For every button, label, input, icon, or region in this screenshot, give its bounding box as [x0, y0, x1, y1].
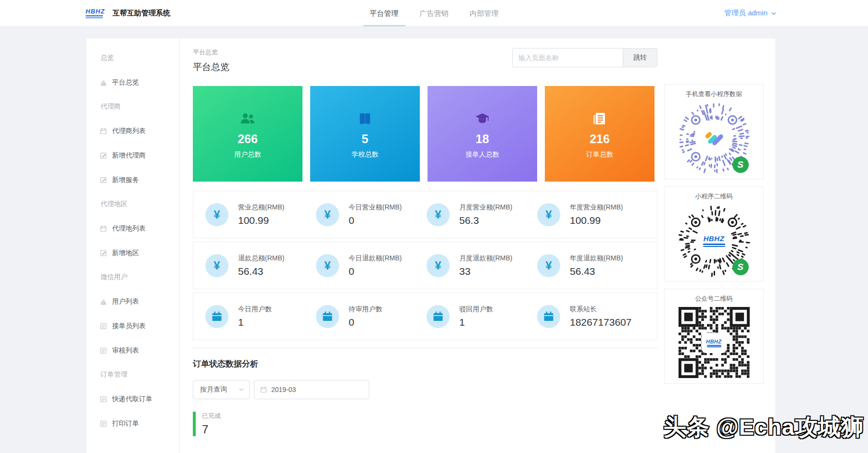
- stat-rejected-users: 驳回用户数 1: [415, 305, 525, 328]
- sidebar-item-review-list[interactable]: 审核列表: [87, 338, 179, 363]
- sidebar-item-express-pickup-orders[interactable]: 快递代取订单: [87, 387, 179, 411]
- calendar-icon: [100, 225, 107, 232]
- calendar-icon: [316, 305, 339, 328]
- stat-today-refund: ¥ 今日退款额(RMB) 0: [304, 254, 415, 277]
- qr-code-column: 手机查看小程序数据 S 小程序二维码 HBHZ S 公众号二维码: [664, 38, 764, 453]
- user-menu[interactable]: 管理员 admin: [724, 0, 777, 26]
- content-wrapper: 总览 平台总览 代理商 代理商列表 新增代理商 新增服务 代理地区 代理地列表 …: [87, 38, 775, 453]
- sidebar-item-agent-list[interactable]: 代理商列表: [87, 119, 179, 143]
- card-label: 接单人总数: [465, 150, 499, 159]
- card-label: 订单总数: [586, 150, 613, 159]
- sidebar: 总览 平台总览 代理商 代理商列表 新增代理商 新增服务 代理地区 代理地列表 …: [87, 38, 180, 453]
- mini-program-data-qr-image: S: [678, 102, 750, 174]
- jump-button[interactable]: 跳转: [623, 48, 657, 67]
- calendar-icon: [260, 386, 267, 393]
- list-icon: [100, 323, 107, 330]
- official-account-qr-panel: 公众号二维码 HBHZ: [664, 289, 764, 384]
- sidebar-group-agent-regions: 代理地区: [87, 192, 179, 216]
- yen-icon: ¥: [427, 203, 450, 226]
- calendar-icon: [205, 305, 228, 328]
- card-value: 18: [476, 132, 489, 146]
- watermark: 头条 @Echa攻城狮: [664, 412, 864, 442]
- list-icon: [100, 347, 107, 354]
- edit-icon: [100, 152, 107, 159]
- card-total-users: 266 用户总数: [193, 86, 302, 182]
- user-stats-row: 今日用户数 1 待审用户数 0 驳回用户数 1: [193, 293, 657, 340]
- chevron-down-icon: [239, 387, 244, 392]
- card-label: 学校总数: [352, 150, 378, 159]
- yen-icon: ¥: [205, 254, 228, 277]
- card-label: 用户总数: [234, 150, 261, 159]
- wechat-icon: S: [732, 157, 749, 173]
- sidebar-item-user-list[interactable]: 用户列表: [87, 289, 179, 314]
- breadcrumb: 平台总览: [193, 48, 229, 57]
- card-total-orders: 216 订单总数: [545, 86, 654, 182]
- mini-program-data-qr-panel: 手机查看小程序数据 S: [664, 84, 764, 179]
- yen-icon: ¥: [316, 254, 339, 277]
- stat-yearly-refund: ¥ 年度退款额(RMB) 56.43: [525, 254, 658, 277]
- sidebar-group-order-management: 订单管理: [87, 363, 179, 387]
- logo-text: HBHZ: [86, 8, 105, 14]
- app-header: HBHZ 互帮互助管理系统 平台管理 广告营销 内部管理 管理员 admin: [0, 0, 868, 26]
- calendar-icon: [427, 305, 450, 328]
- list-icon: [100, 396, 107, 403]
- yen-icon: ¥: [537, 203, 560, 226]
- page-title: 平台总览: [193, 61, 229, 73]
- mini-program-qr-panel: 小程序二维码 HBHZ S: [664, 186, 764, 282]
- stat-pending-users: 待审用户数 0: [304, 305, 415, 328]
- graduation-cap-icon: [474, 109, 491, 127]
- sidebar-group-overview: 总览: [87, 46, 179, 70]
- sidebar-item-print-orders[interactable]: 打印订单: [87, 411, 179, 436]
- edit-icon: [100, 177, 107, 184]
- hbhz-logo: HBHZ: [696, 222, 732, 259]
- status-completed: 已完成 7: [193, 412, 657, 436]
- official-account-qr-image: HBHZ: [678, 307, 750, 379]
- app-logo[interactable]: HBHZ: [86, 8, 105, 18]
- hbhz-logo: HBHZ: [703, 334, 726, 352]
- bar-chart-icon: [100, 298, 107, 305]
- sidebar-item-region-list[interactable]: 代理地列表: [87, 216, 179, 241]
- tab-internal-management[interactable]: 内部管理: [459, 0, 509, 26]
- yen-icon: ¥: [427, 254, 450, 277]
- chevron-down-icon: [771, 11, 777, 16]
- sidebar-item-order-taker-list[interactable]: 接单员列表: [87, 314, 179, 338]
- sidebar-item-add-agent[interactable]: 新增代理商: [87, 143, 179, 168]
- book-icon: [356, 109, 374, 127]
- mini-program-logo: [696, 120, 732, 157]
- edit-icon: [100, 250, 107, 257]
- page-name-input[interactable]: [512, 48, 623, 67]
- sidebar-item-add-service[interactable]: 新增服务: [87, 168, 179, 192]
- yen-icon: ¥: [537, 254, 560, 277]
- top-nav: 平台管理 广告营销 内部管理: [359, 0, 509, 26]
- calendar-icon: [100, 128, 107, 135]
- stat-today-revenue: ¥ 今日营业额(RMB) 0: [304, 203, 415, 226]
- card-value: 5: [362, 132, 368, 146]
- yen-icon: ¥: [205, 203, 228, 226]
- date-picker[interactable]: 2019-03: [254, 380, 369, 399]
- sidebar-group-agents: 代理商: [87, 95, 179, 119]
- sidebar-item-platform-overview[interactable]: 平台总览: [87, 70, 179, 95]
- users-icon: [239, 109, 256, 127]
- sidebar-group-wechat-users: 微信用户: [87, 265, 179, 289]
- summary-cards: 266 用户总数 5 学校总数 18 接单人总数: [193, 86, 657, 182]
- stat-contact-webmaster: 联系站长 18267173607: [525, 305, 658, 328]
- tab-ad-marketing[interactable]: 广告营销: [409, 0, 459, 26]
- card-value: 216: [590, 132, 610, 146]
- wechat-icon: S: [732, 259, 749, 275]
- section-divider: [193, 348, 657, 348]
- page-jump: 跳转: [512, 48, 657, 67]
- document-icon: [591, 109, 608, 127]
- sidebar-item-add-region[interactable]: 新增地区: [87, 241, 179, 265]
- order-analysis-title: 订单状态数据分析: [193, 358, 657, 369]
- tab-platform-management[interactable]: 平台管理: [359, 0, 409, 26]
- stat-total-revenue: ¥ 营业总额(RMB) 100.99: [193, 203, 304, 226]
- stat-yearly-revenue: ¥ 年度营业额(RMB) 100.99: [525, 203, 658, 226]
- user-label: 管理员 admin: [724, 9, 767, 18]
- calendar-icon: [537, 305, 560, 328]
- bar-chart-icon: [100, 79, 107, 86]
- stat-today-users: 今日用户数 1: [193, 305, 304, 328]
- stat-total-refund: ¥ 退款总额(RMB) 56.43: [193, 254, 304, 277]
- card-value: 266: [238, 132, 258, 146]
- query-mode-select[interactable]: 按月查询: [193, 380, 250, 399]
- main-content: 平台总览 平台总览 跳转 266 用户总数 5 学校总数: [180, 38, 664, 453]
